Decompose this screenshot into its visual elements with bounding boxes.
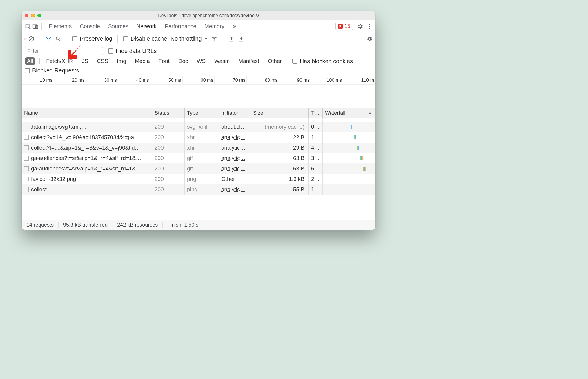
request-type: ping <box>185 184 219 195</box>
download-har-icon[interactable] <box>238 36 244 42</box>
request-initiator[interactable]: analytic… <box>219 132 251 143</box>
filter-type-all[interactable]: All <box>25 57 35 65</box>
request-initiator[interactable]: analytic… <box>219 143 251 153</box>
inspect-icon[interactable] <box>25 23 31 30</box>
table-row[interactable] <box>22 118 375 122</box>
device-toggle-icon[interactable] <box>32 23 39 30</box>
filter-type-doc[interactable]: Doc <box>176 57 190 65</box>
request-initiator[interactable]: analytic… <box>219 163 251 174</box>
filter-type-wasm[interactable]: Wasm <box>212 57 232 65</box>
disable-cache-checkbox[interactable]: Disable cache <box>123 35 167 42</box>
minimize-window-button[interactable] <box>31 14 35 17</box>
request-name: collect?v=1&_v=j90&a=1837457034&t=pa… <box>31 134 139 141</box>
filter-input[interactable] <box>25 47 103 55</box>
traffic-lights <box>25 14 41 17</box>
col-type-header[interactable]: Type <box>185 108 219 118</box>
filter-type-font[interactable]: Font <box>156 57 172 65</box>
table-body[interactable]: data:image/svg+xml;…200svg+xmlabout:cl…(… <box>22 118 375 220</box>
tab-network[interactable]: Network <box>133 21 161 31</box>
tab-console[interactable]: Console <box>76 21 104 31</box>
filter-icon[interactable] <box>45 36 52 42</box>
col-name-header[interactable]: Name <box>22 108 152 118</box>
timeline-tick: 100 ms <box>311 76 343 84</box>
request-size: 29 B <box>251 143 309 153</box>
tab-memory[interactable]: Memory <box>200 21 228 31</box>
filter-type-manifest[interactable]: Manifest <box>236 57 262 65</box>
kebab-menu-icon[interactable] <box>366 23 373 30</box>
filter-type-media[interactable]: Media <box>133 57 152 65</box>
filter-bar: Hide data URLs AllFetch/XHRJSCSSImgMedia… <box>22 45 375 76</box>
network-conditions-icon[interactable] <box>211 36 217 42</box>
filter-type-other[interactable]: Other <box>266 57 284 65</box>
table-row[interactable]: collect200pinganalytic…55 B1… <box>22 184 375 195</box>
preserve-log-checkbox[interactable]: Preserve log <box>72 35 112 42</box>
more-tabs-icon[interactable] <box>231 23 237 30</box>
divider <box>39 58 40 64</box>
col-waterfall-header[interactable]: Waterfall <box>323 108 375 118</box>
network-settings-gear-icon[interactable] <box>366 36 373 42</box>
request-time: 1… <box>309 132 323 143</box>
table-row[interactable]: data:image/svg+xml;…200svg+xmlabout:cl…(… <box>22 122 375 132</box>
settings-gear-icon[interactable] <box>357 23 363 30</box>
svg-point-4 <box>369 26 370 27</box>
svg-point-3 <box>369 24 370 25</box>
search-icon[interactable] <box>55 36 61 42</box>
filter-type-ws[interactable]: WS <box>195 57 208 65</box>
has-blocked-cookies-checkbox[interactable]: Has blocked cookies <box>292 58 353 65</box>
window-titlebar: DevTools - developer.chrome.com/docs/dev… <box>22 11 375 20</box>
blocked-requests-label: Blocked Requests <box>32 67 79 74</box>
request-size: 63 B <box>251 153 309 163</box>
col-time-header[interactable]: T… <box>309 108 323 118</box>
timeline-tick: 30 ms <box>86 76 118 84</box>
request-type: gif <box>185 163 219 174</box>
timeline-tick: 80 ms <box>247 76 279 84</box>
request-waterfall <box>323 143 375 153</box>
status-finish: Finish: 1.50 s <box>163 222 203 228</box>
zoom-window-button[interactable] <box>37 14 41 17</box>
table-row[interactable]: collect?v=1&_v=j90&a=1837457034&t=pa…200… <box>22 132 375 143</box>
request-status: 200 <box>152 163 185 174</box>
throttling-select[interactable]: No throttling <box>170 35 208 42</box>
clear-icon[interactable] <box>28 36 35 42</box>
divider <box>223 35 223 43</box>
timeline-overview[interactable]: 10 ms20 ms30 ms40 ms50 ms60 ms70 ms80 ms… <box>22 76 375 108</box>
tab-sources[interactable]: Sources <box>104 21 133 31</box>
error-count: 15 <box>344 23 350 29</box>
file-icon <box>24 166 29 171</box>
request-time: 1… <box>309 184 323 195</box>
timeline-tick: 70 ms <box>215 76 247 84</box>
status-bar: 14 requests 95.3 kB transferred 242 kB r… <box>22 220 375 230</box>
throttling-value: No throttling <box>170 35 202 42</box>
table-row[interactable]: collect?t=dc&aip=1&_r=3&v=1&_v=j90&tid…2… <box>22 143 375 153</box>
timeline-tick: 10 ms <box>22 76 54 84</box>
network-toolbar: Preserve log Disable cache No throttling <box>22 32 375 45</box>
request-status: 200 <box>152 153 185 163</box>
tab-performance[interactable]: Performance <box>161 21 200 31</box>
sort-asc-icon <box>368 112 372 114</box>
col-status-header[interactable]: Status <box>152 108 185 118</box>
close-window-button[interactable] <box>25 14 28 17</box>
table-row[interactable]: ga-audiences?t=sr&aip=1&_r=4&slf_rd=1&…2… <box>22 153 375 163</box>
filter-type-img[interactable]: Img <box>115 57 128 65</box>
error-icon: ✕ <box>338 24 343 29</box>
table-row[interactable]: favicon-32x32.png200pngOther1.9 kB2… <box>22 174 375 184</box>
file-icon <box>24 145 29 150</box>
request-time: 0… <box>309 122 323 132</box>
col-size-header[interactable]: Size <box>251 108 309 118</box>
filter-type-css[interactable]: CSS <box>95 57 110 65</box>
hide-data-urls-checkbox[interactable]: Hide data URLs <box>108 48 157 54</box>
timeline-tick: 60 ms <box>183 76 215 84</box>
table-row[interactable]: ga-audiences?t=sr&aip=1&_r=4&slf_rd=1&…2… <box>22 163 375 174</box>
upload-har-icon[interactable] <box>228 36 235 42</box>
request-initiator[interactable]: analytic… <box>219 153 251 163</box>
request-type: xhr <box>185 143 219 153</box>
blocked-requests-checkbox[interactable]: Blocked Requests <box>25 67 79 74</box>
request-status: 200 <box>152 174 185 184</box>
request-initiator[interactable]: analytic… <box>219 184 251 195</box>
disable-cache-label: Disable cache <box>130 35 167 42</box>
tab-elements[interactable]: Elements <box>45 21 76 31</box>
col-initiator-header[interactable]: Initiator <box>219 108 251 118</box>
error-badge[interactable]: ✕ 15 <box>335 23 353 30</box>
request-name: collect?t=dc&aip=1&_r=3&v=1&_v=j90&tid… <box>31 145 140 151</box>
request-initiator[interactable]: about:cl… <box>219 122 251 132</box>
